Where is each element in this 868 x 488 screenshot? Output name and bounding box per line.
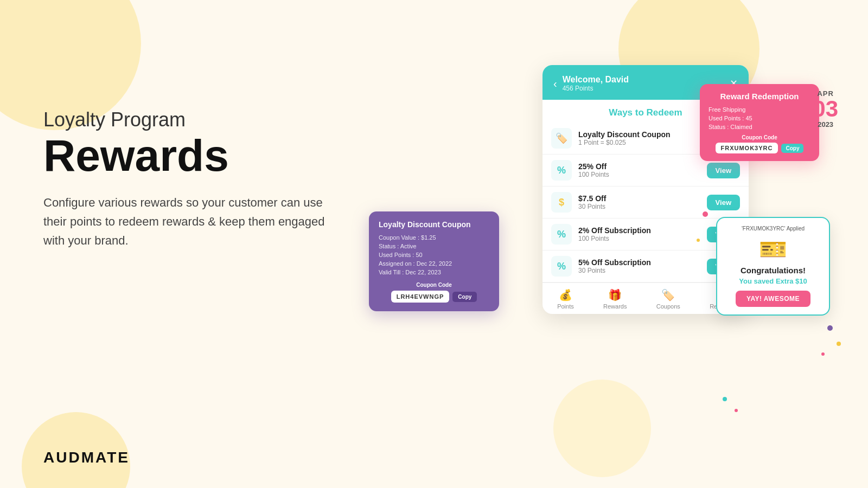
congrats-card: 'FRXUMOK3YRC' Applied 🎫 Congratulations!…	[716, 217, 830, 316]
bg-decoration-4	[553, 380, 651, 477]
confetti-dot-1	[703, 211, 708, 217]
footer-points-label: Points	[557, 303, 574, 310]
reward-info-3: $7.5 Off 30 Points	[578, 194, 700, 210]
footer-coupons-label: Coupons	[656, 303, 680, 310]
confetti-dot-4	[827, 325, 833, 331]
reward-points-3: 30 Points	[578, 203, 700, 210]
coupon-card-purple: Loyalty Discount Coupon Coupon Value : $…	[369, 211, 499, 311]
brand-logo: AUDMATE	[43, 449, 130, 466]
footer-coupons[interactable]: 🏷️ Coupons	[656, 288, 680, 310]
redemption-row-1: Free Shipping	[709, 106, 810, 113]
date-year: 2023	[813, 120, 838, 129]
reward-name-1: Loyalty Discount Coupon	[578, 130, 706, 139]
reward-name-3: $7.5 Off	[578, 194, 700, 203]
coupon-label: Coupon Code	[709, 134, 810, 140]
view-btn-2[interactable]: View	[707, 163, 740, 178]
back-button[interactable]: ‹	[553, 78, 557, 90]
redemption-card: Reward Redemption Free Shipping Used Poi…	[700, 84, 819, 161]
confetti-dot-8	[735, 409, 738, 412]
header-welcome: Welcome, David	[563, 75, 629, 85]
view-btn-3[interactable]: View	[707, 195, 740, 210]
reward-name-4: 2% Off Subscription	[578, 226, 700, 235]
reward-icon-1: 🏷️	[551, 128, 572, 149]
reward-icon-2: %	[551, 160, 572, 181]
hero-title: Rewards	[43, 133, 358, 178]
reward-info-4: 2% Off Subscription 100 Points	[578, 226, 700, 242]
reward-points-1: 1 Point = $0.025	[578, 139, 706, 146]
confetti-dot-5	[837, 342, 841, 346]
reward-name-5: 5% Off Subscription	[578, 258, 700, 267]
congrats-savings-amount: Extra $10	[776, 277, 807, 285]
coupon-code: FRXUMOK3YRC	[716, 143, 778, 153]
hero-subtitle: Loyalty Program	[43, 108, 358, 131]
coupon-card-section: Coupon Code LRH4EVWNGP Copy	[379, 282, 489, 303]
redemption-row-3: Status : Claimed	[709, 124, 810, 130]
coupon-code-row: FRXUMOK3YRC Copy	[709, 143, 810, 153]
footer-points[interactable]: 💰 Points	[557, 288, 574, 310]
coupon-card-row-3: Used Points : 50	[379, 252, 489, 258]
congrats-savings: You saved Extra $10	[726, 277, 820, 285]
coupon-card-code: LRH4EVWNGP	[391, 291, 450, 303]
coupon-card-title: Loyalty Discount Coupon	[379, 220, 489, 229]
copy-button-coupon[interactable]: Copy	[452, 292, 477, 302]
reward-points-5: 30 Points	[578, 267, 700, 274]
coupons-icon: 🏷️	[661, 288, 675, 301]
app-header-left: ‹ Welcome, David 456 Points	[553, 75, 629, 92]
reward-points-4: 100 Points	[578, 235, 700, 242]
confetti-dot-2	[712, 228, 716, 232]
confetti-dot-3	[697, 239, 700, 242]
hero-section: Loyalty Program Rewards Configure variou…	[43, 108, 358, 251]
reward-points-2: 100 Points	[578, 171, 700, 178]
reward-name-2: 25% Off	[578, 162, 700, 171]
footer-rewards[interactable]: 🎁 Rewards	[603, 288, 627, 310]
coupon-card-row-1: Coupon Value : $1.25	[379, 234, 489, 241]
coupon-card-code-row: LRH4EVWNGP Copy	[379, 291, 489, 303]
footer-rewards-label: Rewards	[603, 303, 627, 310]
reward-info-1: Loyalty Discount Coupon 1 Point = $0.025	[578, 130, 706, 146]
header-user-info: Welcome, David 456 Points	[563, 75, 629, 92]
header-points: 456 Points	[563, 85, 629, 92]
reward-info-2: 25% Off 100 Points	[578, 162, 700, 178]
confetti-dot-6	[821, 352, 825, 356]
reward-icon-5: %	[551, 256, 572, 277]
redemption-title: Reward Redemption	[709, 92, 810, 101]
coupon-card-label: Coupon Code	[379, 282, 489, 288]
confetti-dot-7	[723, 397, 727, 401]
congrats-applied: 'FRXUMOK3YRC' Applied	[726, 226, 820, 232]
reward-info-5: 5% Off Subscription 30 Points	[578, 258, 700, 274]
coupon-card-row-4: Assigned on : Dec 22, 2022	[379, 260, 489, 267]
congrats-savings-text: You saved	[739, 277, 774, 285]
yay-button[interactable]: YAY! AWESOME	[736, 291, 810, 307]
copy-button-redemption[interactable]: Copy	[781, 144, 803, 153]
reward-icon-4: %	[551, 224, 572, 245]
congrats-title: Congratulations!	[726, 266, 820, 275]
points-icon: 💰	[559, 288, 572, 301]
date-day: 03	[813, 98, 838, 120]
reward-item-3: $ $7.5 Off 30 Points View	[542, 187, 749, 219]
reward-icon-3: $	[551, 192, 572, 213]
redemption-row-2: Used Points : 45	[709, 115, 810, 121]
coupon-card-row-2: Status : Active	[379, 243, 489, 249]
coupon-section: Coupon Code FRXUMOK3YRC Copy	[709, 134, 810, 153]
coupon-card-row-5: Valid Till : Dec 22, 2023	[379, 269, 489, 275]
rewards-icon: 🎁	[608, 288, 622, 301]
hero-description: Configure various rewards so your custom…	[43, 193, 347, 251]
congrats-icon: 🎫	[726, 236, 820, 262]
date-badge: APR 03 2023	[813, 89, 838, 129]
